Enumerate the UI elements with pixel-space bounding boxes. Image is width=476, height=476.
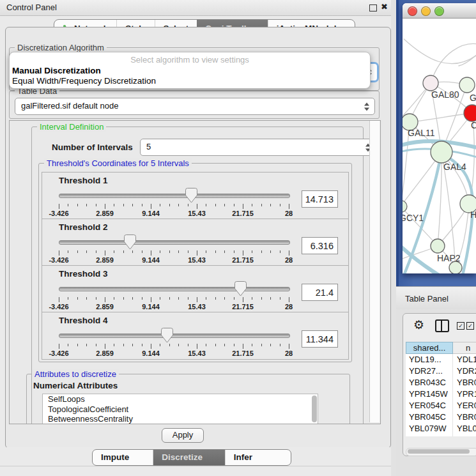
checkbox-checked-icon[interactable]: ✓ [466, 322, 474, 330]
table-row[interactable]: YPR145WYPR1 [406, 388, 476, 400]
cell-name: YPR1 [453, 388, 476, 400]
cell-shared-name: YLR345W [406, 434, 453, 436]
group-title: Discretization Algorithm [15, 43, 107, 52]
table-data-selected-value: galFiltered.sif default node [21, 101, 118, 111]
table-data-select[interactable]: galFiltered.sif default node [15, 98, 375, 115]
threshold-value-field[interactable]: 14.713 [302, 190, 338, 208]
tick-label: 21.715 [232, 349, 254, 357]
tick-label: 15.43 [188, 256, 206, 264]
gear-icon[interactable]: ⚙ [413, 319, 424, 331]
node-label-gcy1: GCY1 [403, 213, 424, 223]
number-of-intervals-select[interactable]: 5 [140, 139, 376, 156]
attribute-item-selfloops[interactable]: SelfLoops [43, 394, 318, 404]
minimize-traffic-light[interactable] [421, 6, 431, 16]
table-rows: YDL19...YDL1YDR27...YDR2YBR043CYBR0YPR14… [406, 354, 476, 436]
table-data-group: Table Data galFiltered.sif default node [9, 91, 380, 119]
numerical-attributes-label: Numerical Attributes [33, 381, 118, 390]
dropdown-prompt: Select algorithm to view settings [10, 55, 370, 65]
network-canvas[interactable]: GAL80GAL11GAL4GCY1HAP2GACH [403, 19, 476, 273]
table-row[interactable]: YBL079WYBL0 [406, 423, 476, 434]
tick-label: -3.426 [49, 256, 68, 264]
table-row[interactable]: YBR043CYBR0 [406, 377, 476, 388]
table-panel-title: Table Panel [405, 294, 449, 303]
threshold-label: Threshold 3 [59, 269, 108, 279]
dropdown-option-manual-discretization[interactable]: Manual Discretization [12, 66, 101, 75]
threshold-value-field[interactable]: 6.316 [302, 237, 338, 254]
slider-thumb[interactable] [161, 328, 173, 343]
split-view-icon[interactable] [435, 319, 449, 332]
table-row[interactable]: YDL19...YDL1 [406, 354, 476, 365]
table-row[interactable]: YER054CYER0 [406, 400, 476, 411]
cell-shared-name: YBR045C [406, 411, 453, 423]
cyni-mode-tabs: Impute DataDiscretize DataInfer Network [92, 449, 291, 466]
tab-infer-network[interactable]: Infer Network [225, 450, 291, 465]
node-label-gal4: GAL4 [443, 162, 466, 172]
table-row[interactable]: YBR045CYBR0 [406, 411, 476, 423]
slider-thumb[interactable] [185, 188, 197, 203]
apply-button[interactable]: Apply [162, 428, 204, 443]
cell-name: YBR0 [453, 411, 476, 423]
column-header-name[interactable]: n [453, 342, 476, 354]
threshold-panel-4: Threshold 4-3.4262.8599.14415.4321.71528… [42, 312, 349, 360]
bottom-tab-strip: Impute DataDiscretize DataInfer Network [0, 447, 391, 476]
tick-label: 2.859 [96, 303, 114, 311]
attribute-item-topologicalcoefficient[interactable]: TopologicalCoefficient [43, 404, 318, 415]
close-traffic-light[interactable] [408, 6, 417, 16]
network-node-hap2[interactable] [431, 239, 445, 253]
application-root: Control Panel ✖ NetworkStyleSelectCyni T… [0, 0, 476, 476]
table-row[interactable]: YLR345WYLR3 [406, 434, 476, 436]
threshold-value-field[interactable]: 11.344 [302, 330, 338, 348]
scrollbar-track[interactable] [369, 121, 380, 422]
tab-discretize-data[interactable]: Discretize Data [153, 450, 225, 465]
table-panel-body: ⚙ ✓ ✓ shared... n YDL19...YDL1YDR27...YD… [396, 309, 476, 476]
cell-name: YBR0 [453, 377, 476, 388]
network-node-node[interactable] [459, 77, 475, 93]
table-row[interactable]: YDR27...YDR2 [406, 365, 476, 377]
slider-thumb[interactable] [124, 234, 136, 250]
close-icon[interactable]: ✖ [381, 2, 388, 12]
panel-title: Control Panel [6, 3, 57, 12]
tab-label: Discretize Data [162, 452, 203, 466]
slider-thumb[interactable] [234, 281, 247, 296]
threshold-label: Threshold 2 [59, 222, 108, 232]
slider-track [59, 287, 290, 291]
tick-label: 9.144 [142, 303, 160, 311]
tick-label: 9.144 [142, 349, 160, 357]
threshold-rows: Threshold 1-3.4262.8599.14415.4321.71528… [39, 172, 351, 360]
threshold-label: Threshold 1 [59, 176, 108, 185]
cell-name: YBL0 [453, 423, 476, 434]
tick-label: 2.859 [96, 256, 114, 264]
horizontal-scrollbar-thumb[interactable] [408, 449, 470, 454]
dropdown-option-equal-width[interactable]: Equal Width/Frequency Discretization [12, 76, 156, 86]
network-node-gal4[interactable] [431, 141, 452, 163]
slider-track [59, 334, 290, 338]
checkbox-checked-icon[interactable]: ✓ [457, 322, 464, 330]
network-node-gal80[interactable] [423, 75, 438, 91]
cell-name: YLR3 [453, 434, 476, 436]
combo-arrows-icon [364, 102, 369, 111]
numerical-attributes-list[interactable]: SelfLoopsTopologicalCoefficientBetweenne… [42, 394, 318, 424]
network-node-gcy1[interactable] [403, 201, 407, 212]
threshold-value-field[interactable]: 21.4 [302, 284, 338, 301]
cell-shared-name: YDL19... [406, 354, 453, 365]
network-edge [404, 39, 476, 64]
cell-shared-name: YDR27... [406, 365, 453, 377]
cell-shared-name: YBR043C [406, 377, 453, 388]
list-scrollbar-thumb[interactable] [312, 395, 317, 422]
cell-name: YDL1 [453, 354, 476, 365]
network-node-red-node[interactable] [464, 105, 476, 121]
horizontal-scrollbar[interactable] [406, 448, 476, 456]
tick-label: 9.144 [142, 256, 160, 264]
tick-label: 15.43 [188, 349, 206, 357]
attribute-item-betweennesscentrality[interactable]: BetweennessCentrality [43, 414, 318, 424]
column-header-shared-name[interactable]: shared... [406, 342, 453, 354]
float-panel-icon[interactable] [369, 4, 377, 12]
tick-label: 28 [285, 256, 293, 264]
tick-label: 28 [285, 349, 293, 357]
zoom-traffic-light[interactable] [434, 6, 444, 16]
tick-label: 28 [285, 210, 293, 217]
network-view-panel: GAL80GAL11GAL4GCY1HAP2GACH [396, 0, 476, 286]
thresholds-group: Threshold's Coordinates for 5 Intervals … [38, 163, 352, 362]
threshold-label: Threshold 4 [59, 316, 108, 325]
tab-impute-data[interactable]: Impute Data [93, 450, 153, 465]
